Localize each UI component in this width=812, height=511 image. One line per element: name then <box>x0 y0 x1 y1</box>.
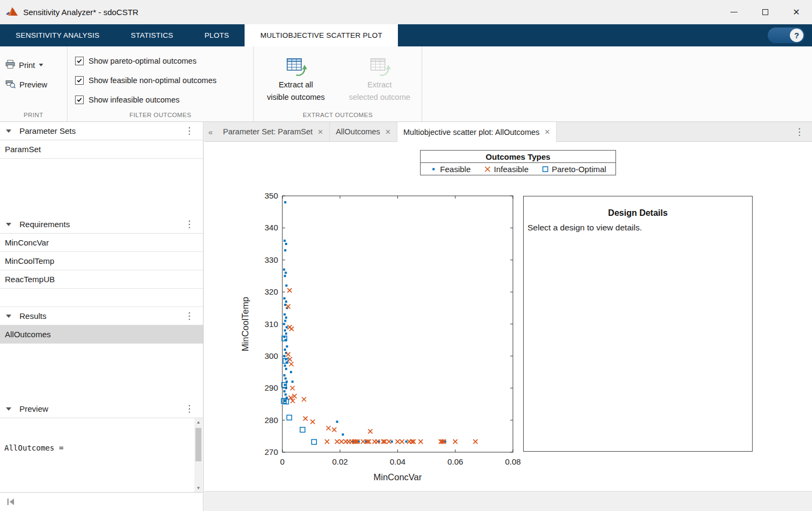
preview-pane: AllOutcomes = 'Evaluated values for: Min… <box>0 418 203 492</box>
feasible-point[interactable] <box>342 433 344 435</box>
feasible-point[interactable] <box>284 249 286 251</box>
feasible-point[interactable] <box>284 384 286 386</box>
tab-close-icon[interactable]: ✕ <box>317 128 323 136</box>
window-controls: ✕ <box>718 0 812 24</box>
extract-selected-label-line1: Extract <box>339 80 421 90</box>
chevron-down-icon[interactable] <box>6 130 11 133</box>
list-item-minconcvar[interactable]: MinConcVar <box>0 234 203 252</box>
extract-all-visible-outcomes-button[interactable]: Extract all visible outcomes <box>255 53 337 103</box>
feasible-point[interactable] <box>285 301 287 303</box>
close-icon: ✕ <box>793 7 800 17</box>
list-item-alloutcomes[interactable]: AllOutcomes <box>0 325 203 344</box>
pareto-optimal-point[interactable] <box>312 440 316 445</box>
ribbon-tab-plots[interactable]: PLOTS <box>189 24 245 46</box>
checkbox-show-feasible-non-optimal[interactable]: Show feasible non-optimal outcomes <box>75 74 216 86</box>
minimize-button[interactable] <box>718 0 749 24</box>
y-tick-label: 320 <box>265 287 278 296</box>
kebab-menu-icon[interactable]: ⋮ <box>185 310 194 322</box>
feasible-point[interactable] <box>284 320 286 322</box>
parameter-sets-header: Parameter Sets ⋮ <box>0 122 203 140</box>
feasible-point[interactable] <box>283 240 286 242</box>
feasible-point[interactable] <box>284 349 286 351</box>
checkbox-show-pareto-optimal[interactable]: Show pareto-optimal outcomes <box>75 55 197 67</box>
feasible-point[interactable] <box>285 377 287 379</box>
feasible-point[interactable] <box>283 269 285 271</box>
kebab-menu-icon[interactable]: ⋮ <box>185 403 194 414</box>
feasible-point[interactable] <box>285 243 287 245</box>
preview-header: Preview ⋮ <box>0 400 203 418</box>
feasible-point[interactable] <box>391 440 393 442</box>
tab-scroll-left-icon[interactable]: « <box>204 122 217 141</box>
feasible-point[interactable] <box>285 368 287 370</box>
skip-to-start-icon[interactable] <box>6 498 15 506</box>
feasible-point[interactable] <box>290 371 292 373</box>
y-tick-label: 330 <box>265 255 278 264</box>
maximize-button[interactable] <box>749 0 781 24</box>
kebab-menu-icon[interactable]: ⋮ <box>795 126 804 138</box>
tab-multiobjective-scatter-plot[interactable]: Multiobjective scatter plot: AllOutcomes… <box>397 122 557 142</box>
feasible-point[interactable] <box>285 332 287 335</box>
x-tick-label: 0 <box>280 457 285 466</box>
feasible-point[interactable] <box>283 314 286 316</box>
feasible-point[interactable] <box>285 284 287 287</box>
results-header: Results ⋮ <box>0 307 203 325</box>
feasible-point[interactable] <box>405 440 408 442</box>
x-tick-label: 0.02 <box>332 457 348 466</box>
feasible-point[interactable] <box>285 317 287 319</box>
kebab-menu-icon[interactable]: ⋮ <box>185 125 194 137</box>
chevron-down-icon[interactable] <box>6 315 11 318</box>
scrollbar-thumb[interactable] <box>195 428 201 461</box>
feasible-point[interactable] <box>284 400 286 402</box>
print-preview-button[interactable]: Preview <box>5 79 48 90</box>
feasible-point[interactable] <box>284 275 286 277</box>
print-button[interactable]: Print <box>5 60 43 70</box>
preview-scrollbar[interactable]: ▲ ▼ <box>194 418 202 492</box>
legend-entry-infeasible: Infeasible <box>484 165 529 174</box>
extract-selected-label-line2: selected outcome <box>339 92 421 103</box>
feasible-point[interactable] <box>284 201 286 203</box>
feasible-point[interactable] <box>285 272 287 274</box>
feasible-point[interactable] <box>284 365 286 367</box>
x-axis-label: MinConcVar <box>374 472 422 482</box>
feasible-point[interactable] <box>286 345 288 348</box>
feasible-point[interactable] <box>283 323 285 325</box>
close-button[interactable]: ✕ <box>781 0 812 24</box>
chevron-down-icon[interactable] <box>6 407 11 411</box>
maximize-icon <box>762 9 768 15</box>
kebab-menu-icon[interactable]: ⋮ <box>185 219 194 230</box>
ribbon-tab-sensitivity-analysis[interactable]: SENSITIVITY ANALYSIS <box>0 24 115 46</box>
pareto-optimal-point[interactable] <box>300 427 305 432</box>
tab-alloutcomes[interactable]: AllOutcomes ✕ <box>330 122 397 141</box>
chevron-down-icon[interactable] <box>6 223 11 226</box>
scroll-up-icon[interactable]: ▲ <box>194 418 202 426</box>
list-item-mincooltemp[interactable]: MinCoolTemp <box>0 252 203 270</box>
scroll-down-icon[interactable]: ▼ <box>194 484 202 492</box>
print-dropdown-icon[interactable] <box>39 64 43 66</box>
tab-close-icon[interactable]: ✕ <box>544 128 550 136</box>
feasible-point[interactable] <box>284 329 286 331</box>
feasible-point[interactable] <box>283 355 286 357</box>
feasible-point[interactable] <box>292 380 294 383</box>
feasible-point[interactable] <box>286 326 288 328</box>
list-item-paramset[interactable]: ParamSet <box>0 140 203 159</box>
results-title: Results <box>19 311 46 321</box>
tab-parameter-set-paramset[interactable]: Parameter Set: ParamSet ✕ <box>217 122 330 141</box>
tab-close-icon[interactable]: ✕ <box>385 128 391 136</box>
window-title: Sensitivity Analyzer* - sdoCSTR <box>23 8 138 17</box>
dot-marker-icon <box>430 166 437 173</box>
checkbox-checked-icon <box>75 57 84 65</box>
ribbon-tab-statistics[interactable]: STATISTICS <box>115 24 189 46</box>
horizontal-scrollbar[interactable] <box>204 491 812 511</box>
feasible-point[interactable] <box>283 374 286 377</box>
checkbox-show-infeasible[interactable]: Show infeasible outcomes <box>75 94 179 106</box>
feasible-point[interactable] <box>283 390 286 392</box>
pareto-optimal-point[interactable] <box>287 415 292 420</box>
ribbon-tab-multiobjective-scatter-plot[interactable]: MULTIOBJECTIVE SCATTER PLOT <box>245 24 398 46</box>
help-button[interactable]: ? <box>768 28 804 43</box>
feasible-point[interactable] <box>336 421 338 423</box>
feasible-point[interactable] <box>283 297 286 299</box>
y-tick-label: 290 <box>265 383 278 392</box>
scatter-plot[interactable]: 00.020.040.060.0827028029030031032033034… <box>236 188 528 490</box>
list-item-reactempub[interactable]: ReacTempUB <box>0 270 203 289</box>
feasible-point[interactable] <box>285 393 287 396</box>
